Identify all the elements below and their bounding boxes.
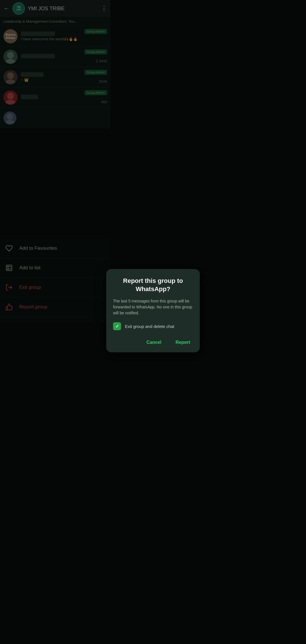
report-modal: Report this group to WhatsApp? The last … (106, 269, 110, 323)
modal-overlay: Report this group to WhatsApp? The last … (0, 0, 110, 323)
